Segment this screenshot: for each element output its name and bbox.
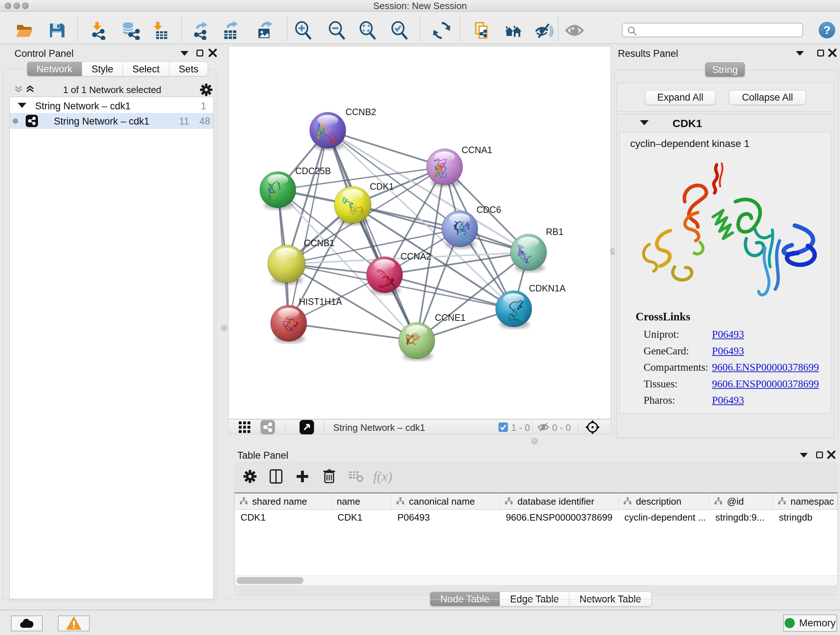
network-row-selected[interactable]: String Network – cdk1 11 48 — [10, 113, 213, 129]
network-edge[interactable] — [328, 130, 417, 340]
results-panel-menu-icon[interactable] — [796, 51, 804, 56]
scrollbar-thumb[interactable] — [237, 577, 303, 584]
network-collection-row[interactable]: String Network – cdk1 1 — [10, 98, 213, 113]
network-options-gear-icon[interactable] — [199, 83, 213, 98]
grid-view-icon[interactable] — [238, 421, 251, 435]
crosslink-link[interactable]: 9606.ENSP00000378699 — [712, 378, 819, 390]
table-horizontal-scrollbar[interactable] — [235, 575, 837, 585]
network-canvas[interactable]: CCNB2CCNA1CDC25BCDK1CDC6RB1CCNB1CCNA2CDK… — [228, 46, 611, 419]
select-columns-icon[interactable] — [268, 469, 284, 485]
network-tree: String Network – cdk1 1 String Network –… — [9, 97, 214, 599]
column-header--id[interactable]: @id — [709, 494, 773, 510]
export-table-icon[interactable] — [221, 20, 241, 41]
search-input[interactable] — [640, 24, 799, 36]
network-node-CDKN1A[interactable]: CDKN1A — [496, 283, 566, 329]
help-icon[interactable]: ? — [819, 22, 835, 38]
hidden-count: 0 - 0 — [552, 422, 571, 433]
network-node-CCNE1[interactable]: CCNE1 — [399, 312, 466, 361]
control-tab-network[interactable]: Network — [27, 62, 82, 76]
column-header-shared-name[interactable]: shared name — [235, 494, 332, 510]
expand-all-button[interactable]: Expand All — [645, 90, 715, 105]
memory-button[interactable]: Memory — [783, 614, 837, 632]
export-network-icon[interactable] — [191, 20, 212, 41]
warning-button[interactable] — [58, 616, 90, 631]
table-panel-menu-icon[interactable] — [800, 453, 808, 458]
open-session-icon[interactable] — [14, 20, 34, 41]
save-session-icon[interactable] — [47, 20, 67, 41]
zoom-out-icon[interactable] — [327, 20, 347, 41]
column-header-database-identifier[interactable]: database identifier — [500, 494, 619, 510]
import-table-icon[interactable] — [149, 20, 170, 41]
collapse-all-tree-icon[interactable] — [14, 85, 23, 96]
crosslink-label: Pharos: — [644, 394, 675, 406]
network-node-HIST1H1A[interactable]: HIST1H1A — [271, 296, 342, 343]
control-panel-menu-icon[interactable] — [180, 51, 188, 56]
tree-expand-icon[interactable] — [18, 103, 27, 108]
table-panel-float-icon[interactable] — [816, 451, 823, 458]
export-image-icon[interactable] — [255, 20, 275, 41]
table-settings-gear-icon[interactable] — [242, 469, 258, 485]
control-tab-sets[interactable]: Sets — [169, 62, 208, 76]
table-panel-close-icon[interactable] — [827, 450, 836, 461]
delete-column-icon[interactable] — [321, 469, 337, 485]
open-in-window-icon[interactable] — [300, 420, 314, 436]
copy-style-icon[interactable] — [472, 20, 493, 41]
gene-details: cyclin–dependent kinase 1 — [619, 133, 831, 413]
delete-table-icon[interactable] — [348, 469, 364, 485]
control-panel-title: Control Panel — [14, 48, 74, 59]
selected-checkbox[interactable] — [499, 423, 508, 433]
warning-icon — [66, 616, 81, 630]
control-tab-style[interactable]: Style — [82, 62, 123, 76]
cloud-button[interactable] — [11, 616, 43, 631]
network-edge[interactable] — [289, 130, 328, 323]
import-network-icon[interactable] — [88, 20, 109, 41]
column-header-namespac[interactable]: namespac — [773, 494, 837, 510]
crosslink-link[interactable]: P06493 — [712, 394, 744, 406]
crosslink-link[interactable]: 9606.ENSP00000378699 — [712, 361, 819, 373]
node-label: CDKN1A — [529, 283, 566, 293]
network-node-CCNB2[interactable]: CCNB2 — [309, 107, 376, 150]
zoom-fit-icon[interactable] — [358, 20, 378, 41]
horizontal-splitter-grip[interactable] — [531, 438, 538, 444]
show-all-icon[interactable] — [564, 20, 584, 41]
node-label: CDC6 — [477, 204, 501, 215]
left-splitter-grip[interactable] — [221, 325, 227, 331]
function-builder-icon[interactable]: f(x) — [375, 469, 391, 485]
import-network-from-database-icon[interactable] — [120, 20, 141, 41]
control-panel-float-icon[interactable] — [196, 50, 203, 57]
results-tab-string[interactable]: String — [705, 62, 745, 77]
column-header-canonical-name[interactable]: canonical name — [392, 494, 500, 510]
gene-section-header[interactable]: CDK1 — [619, 115, 831, 133]
network-view-title: String Network – cdk1 — [333, 422, 425, 433]
collapse-all-button[interactable]: Collapse All — [729, 90, 806, 105]
column-header-description[interactable]: description — [619, 494, 710, 510]
collection-label: String Network – cdk1 — [35, 101, 131, 112]
results-panel-close-icon[interactable] — [828, 48, 837, 59]
table-row[interactable]: CDK1CDK1P064939606.ENSP00000378699cyclin… — [235, 510, 837, 524]
add-column-icon[interactable] — [294, 469, 310, 485]
birdseye-view-icon[interactable] — [585, 420, 600, 436]
network-node-CCNA1[interactable]: CCNA1 — [426, 145, 493, 187]
hide-selected-icon[interactable] — [534, 20, 554, 41]
refresh-icon[interactable] — [431, 20, 452, 41]
gene-collapse-icon[interactable] — [640, 120, 649, 125]
column-type-icon — [505, 496, 513, 507]
home-icon[interactable] — [503, 20, 523, 41]
results-panel-title: Results Panel — [618, 48, 678, 59]
crosslink-link[interactable]: P06493 — [712, 328, 744, 340]
network-node-CCNB1[interactable]: CCNB1 — [268, 238, 335, 285]
network-label: String Network – cdk1 — [54, 116, 149, 127]
network-share-icon[interactable] — [261, 420, 275, 436]
control-panel-close-icon[interactable] — [208, 48, 218, 59]
crosslink-link[interactable]: P06493 — [712, 345, 744, 357]
network-node-RB1[interactable]: RB1 — [510, 226, 564, 272]
expand-all-tree-icon[interactable] — [25, 85, 35, 96]
column-header-name[interactable]: name — [332, 494, 392, 510]
zoom-in-icon[interactable] — [294, 20, 314, 41]
table-panel-title: Table Panel — [237, 450, 288, 461]
results-panel-float-icon[interactable] — [817, 50, 824, 57]
zoom-selected-icon[interactable] — [390, 20, 410, 41]
network-edge[interactable] — [289, 323, 417, 340]
network-edge[interactable] — [328, 130, 445, 167]
control-tab-select[interactable]: Select — [123, 62, 169, 76]
